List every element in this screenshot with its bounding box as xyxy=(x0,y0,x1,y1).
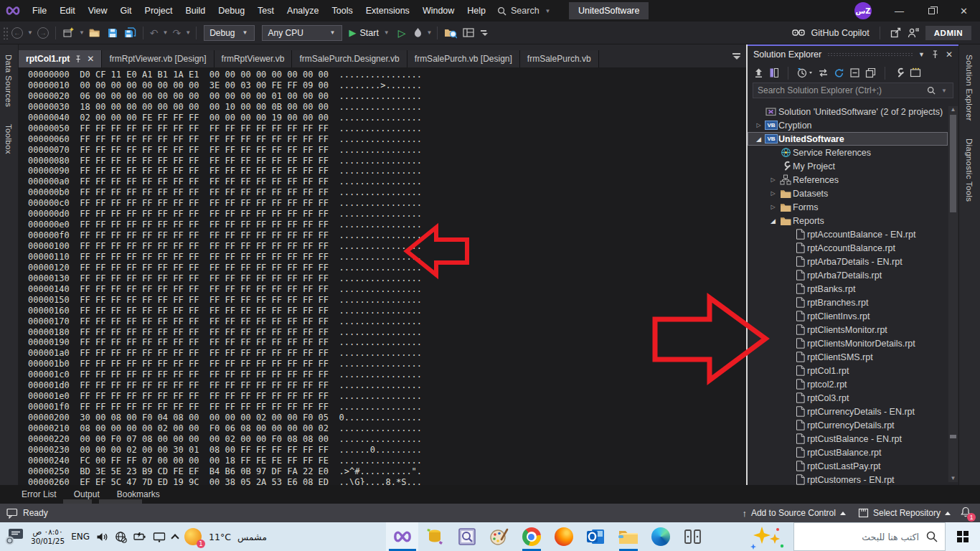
expander-open-icon[interactable]: ◢ xyxy=(768,217,778,225)
collapse-all-icon[interactable] xyxy=(849,67,860,78)
properties-wrench-icon[interactable] xyxy=(894,67,905,78)
save-button[interactable] xyxy=(105,24,121,42)
scrollbar[interactable]: ▲ ▼ xyxy=(948,106,958,482)
menu-file[interactable]: File xyxy=(26,0,53,22)
tree-item-unitedsoftware[interactable]: ◢VBUnitedSoftware xyxy=(748,132,948,146)
share-icon[interactable] xyxy=(890,27,901,38)
tab-frmsalepurch-vb-design-[interactable]: frmSalePurch.vb [Design] xyxy=(407,50,520,67)
pin-icon[interactable] xyxy=(75,55,82,63)
expander-closed-icon[interactable]: ▷ xyxy=(768,176,778,183)
save-all-button[interactable] xyxy=(122,24,138,42)
tree-item-rptbanks-rpt[interactable]: rptBanks.rpt xyxy=(748,282,948,296)
tree-item-rptcol3-rpt[interactable]: rptCol3.rpt xyxy=(748,391,948,405)
menu-tools[interactable]: Tools xyxy=(326,0,359,22)
chevron-down-icon[interactable]: ▼ xyxy=(940,88,948,94)
cast-screen-icon[interactable] xyxy=(153,532,166,542)
copilot-sparkle-icon[interactable] xyxy=(746,522,792,551)
tree-item-reports[interactable]: ◢Reports xyxy=(748,214,948,227)
toolbar-grip[interactable] xyxy=(3,27,9,39)
menu-window[interactable]: Window xyxy=(416,0,461,22)
tree-item-rptclientsmonitordetails-rpt[interactable]: rptClientsMonitorDetails.rpt xyxy=(748,336,948,350)
expander-closed-icon[interactable]: ▷ xyxy=(753,122,764,128)
clock[interactable]: ٠٨:٥٠ ص 30/01/25 xyxy=(31,527,65,546)
expander-closed-icon[interactable]: ▷ xyxy=(768,190,778,197)
tree-item-rptcol2-rpt[interactable]: rptcol2.rpt xyxy=(748,377,948,391)
tree-item-rptarba7details-rpt[interactable]: rptArba7Details.rpt xyxy=(748,268,948,282)
tree-item-rptclientsms-rpt[interactable]: rptClientSMS.rpt xyxy=(748,350,948,364)
start-debug-button[interactable]: ▶ Start ▼ xyxy=(349,27,390,38)
profiler-button[interactable] xyxy=(411,24,425,42)
weather-temperature[interactable]: 11°C xyxy=(209,532,231,542)
restore-button[interactable] xyxy=(915,0,948,22)
taskbar-app-edge[interactable] xyxy=(644,522,677,551)
pin-icon[interactable] xyxy=(931,50,939,59)
language-indicator[interactable]: ENG xyxy=(71,532,90,542)
undo-button[interactable]: ↶ xyxy=(148,24,161,42)
solution-explorer-search[interactable]: Search Solution Explorer (Ctrl+;) ▼ xyxy=(753,83,953,98)
hex-editor[interactable]: 00000000 D0 CF 11 E0 A1 B1 1A E1 00 00 0… xyxy=(19,67,746,485)
chevron-down-icon[interactable]: ▼ xyxy=(425,29,434,36)
taskbar-app-firefox[interactable] xyxy=(547,522,580,551)
side-tab-toolbox[interactable]: Toolbox xyxy=(4,117,13,161)
menu-edit[interactable]: Edit xyxy=(53,0,82,22)
scroll-down-icon[interactable]: ▼ xyxy=(948,475,958,482)
tree-item-rptclientsmonitor-rpt[interactable]: rptClientsMonitor.rpt xyxy=(748,323,948,336)
menu-extensions[interactable]: Extensions xyxy=(359,0,416,22)
tree-item-rptcustbalance-rpt[interactable]: rptCustBalance.rpt xyxy=(748,446,948,459)
side-tab-solution-explorer[interactable]: Solution Explorer xyxy=(965,47,974,128)
panels-icon[interactable] xyxy=(769,67,779,78)
add-to-source-control-button[interactable]: ↑ Add to Source Control xyxy=(742,508,846,519)
expander-open-icon[interactable]: ◢ xyxy=(753,136,764,143)
new-project-button[interactable] xyxy=(60,24,77,42)
navigate-forward-button[interactable]: → xyxy=(35,24,51,42)
navigate-back-button[interactable]: ← xyxy=(9,24,25,42)
tree-item-my-project[interactable]: My Project xyxy=(748,159,948,173)
tree-item-rptcustlastpay-rpt[interactable]: rptCustLastPay.rpt xyxy=(748,459,948,473)
tree-item-rptcol1-rpt[interactable]: rptCol1.rpt xyxy=(748,364,948,377)
taskbar-search-input[interactable]: اكتب هنا للبحث xyxy=(793,522,946,551)
tree-item-rptaccountbalance-rpt[interactable]: rptAccountBalance.rpt xyxy=(748,241,948,255)
tree-item-rptbranches-rpt[interactable]: rptBranches.rpt xyxy=(748,296,948,309)
taskbar-app-outlook[interactable] xyxy=(580,522,612,551)
chevron-down-icon[interactable]: ▼ xyxy=(161,29,170,36)
select-repository-button[interactable]: Select Repository xyxy=(858,508,951,518)
start-without-debug-button[interactable]: ▷ xyxy=(398,27,406,39)
pending-changes-filter-icon[interactable] xyxy=(797,67,813,78)
menu-analyze[interactable]: Analyze xyxy=(281,0,325,22)
side-tab-diagnostic-tools[interactable]: Diagnostic Tools xyxy=(965,131,974,209)
tree-item-references[interactable]: ▷References xyxy=(748,173,948,187)
tree-item-service-references[interactable]: Service References xyxy=(748,146,948,159)
tray-expand-icon[interactable] xyxy=(171,534,179,542)
power-battery-icon[interactable] xyxy=(133,532,146,542)
menu-test[interactable]: Test xyxy=(251,0,281,22)
admin-button[interactable]: ADMIN xyxy=(925,26,971,40)
platform-dropdown[interactable]: Any CPU▼ xyxy=(262,25,342,41)
toolbar-overflow-button[interactable] xyxy=(481,30,489,36)
taskbar-app-task-view[interactable] xyxy=(677,522,709,551)
github-copilot-label[interactable]: GitHub Copilot xyxy=(811,28,870,38)
document-well-dropdown[interactable] xyxy=(732,53,740,60)
tree-item-rptaccountbalance-en-rpt[interactable]: rptAccountBalance - EN.rpt xyxy=(748,227,948,241)
tab-frmrptviewer-vb[interactable]: frmRptViewer.vb xyxy=(215,50,293,67)
menu-project[interactable]: Project xyxy=(138,0,179,22)
tree-item-rptarba7details-en-rpt[interactable]: rptArba7Details - EN.rpt xyxy=(748,255,948,268)
weather-icon[interactable]: 1 xyxy=(184,528,202,546)
tab-frmsalepurch-designer-vb[interactable]: frmSalePurch.Designer.vb xyxy=(292,50,407,67)
taskbar-app-visual-studio[interactable] xyxy=(386,522,418,551)
taskbar-app-chrome[interactable] xyxy=(515,522,547,551)
window-layout-button[interactable] xyxy=(461,24,477,42)
chat-tray-icon[interactable] xyxy=(4,527,24,546)
tree-item-rptcustbalance-en-rpt[interactable]: rptCustBalance - EN.rpt xyxy=(748,432,948,446)
open-file-button[interactable] xyxy=(87,24,103,42)
tree-item-cryption[interactable]: ▷VBCryption xyxy=(748,118,948,132)
tab-rptcol1-rpt[interactable]: rptCol1.rpt✕ xyxy=(19,50,102,67)
home-icon[interactable] xyxy=(753,67,764,78)
tree-item-datasets[interactable]: ▷Datasets xyxy=(748,187,948,200)
show-all-files-icon[interactable] xyxy=(865,67,876,78)
weather-condition[interactable]: مشمس xyxy=(237,532,267,542)
chevron-down-icon[interactable]: ▼ xyxy=(77,29,86,36)
taskbar-app-database-viewer[interactable] xyxy=(451,522,483,551)
chevron-down-icon[interactable]: ▼ xyxy=(184,29,192,36)
chevron-down-icon[interactable]: ▼ xyxy=(26,29,34,36)
preview-selected-icon[interactable] xyxy=(910,67,921,78)
